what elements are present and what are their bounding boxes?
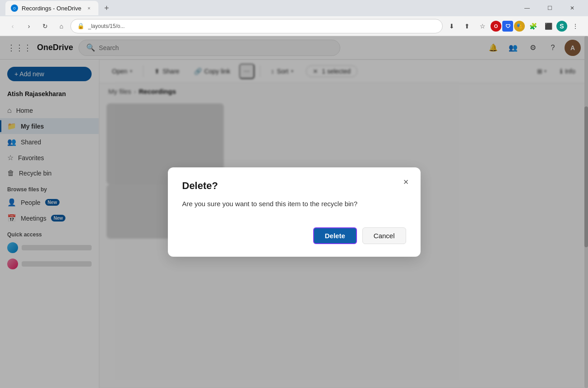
tab-close-button[interactable]: × [85,4,93,12]
confirm-delete-button[interactable]: Delete [313,227,357,244]
svg-text:O: O [13,6,16,10]
browser-chrome: O Recordings - OneDrive × + — ☐ ✕ ‹ › ↻ … [0,0,588,36]
teal-extension-icon[interactable]: S [556,21,567,32]
nav-bar: ‹ › ↻ ⌂ 🔒 _layouts/15/o... ⬇ ⬆ ☆ O 🛡 🎭 🧩… [0,16,588,36]
tab-strip: O Recordings - OneDrive × + [5,1,113,15]
modal-title: Delete? [182,180,406,192]
download-icon[interactable]: ⬇ [444,19,459,33]
nav-icons-right: ⬇ ⬆ ☆ O 🛡 🎭 🧩 ⬛ S ⋮ [444,19,583,33]
cancel-delete-button[interactable]: Cancel [362,227,406,244]
bookmark-icon[interactable]: ☆ [475,19,490,33]
opera-extension-icon[interactable]: O [491,21,501,32]
tab-favicon: O [11,5,18,12]
mask-extension-icon[interactable]: 🎭 [514,21,525,32]
modal-body: Are you sure you want to send this item … [182,199,406,209]
sidebar-toggle-icon[interactable]: ⬛ [541,19,556,33]
delete-dialog: × Delete? Are you sure you want to send … [168,167,421,257]
title-bar: O Recordings - OneDrive × + — ☐ ✕ [0,0,588,16]
address-bar[interactable]: 🔒 _layouts/15/o... [70,19,443,33]
maximize-button[interactable]: ☐ [539,1,560,15]
new-tab-button[interactable]: + [100,2,113,14]
modal-footer: Delete Cancel [182,227,406,244]
address-url: _layouts/15/o... [88,23,125,29]
forward-button[interactable]: › [22,19,36,33]
shield-extension-icon[interactable]: 🛡 [502,21,513,32]
tab-title: Recordings - OneDrive [22,5,81,12]
reload-button[interactable]: ↻ [38,19,52,33]
puzzle-extension-icon[interactable]: 🧩 [526,19,540,33]
modal-overlay: × Delete? Are you sure you want to send … [0,36,588,388]
active-tab[interactable]: O Recordings - OneDrive × [5,1,98,15]
title-bar-left: O Recordings - OneDrive × + [5,1,113,15]
window-controls: — ☐ ✕ [517,1,583,15]
minimize-button[interactable]: — [517,1,537,15]
more-nav-icon[interactable]: ⋮ [568,19,583,33]
home-button[interactable]: ⌂ [54,19,69,33]
back-button[interactable]: ‹ [5,19,20,33]
share-nav-icon[interactable]: ⬆ [460,19,474,33]
close-button[interactable]: ✕ [562,1,583,15]
modal-close-button[interactable]: × [399,175,413,189]
